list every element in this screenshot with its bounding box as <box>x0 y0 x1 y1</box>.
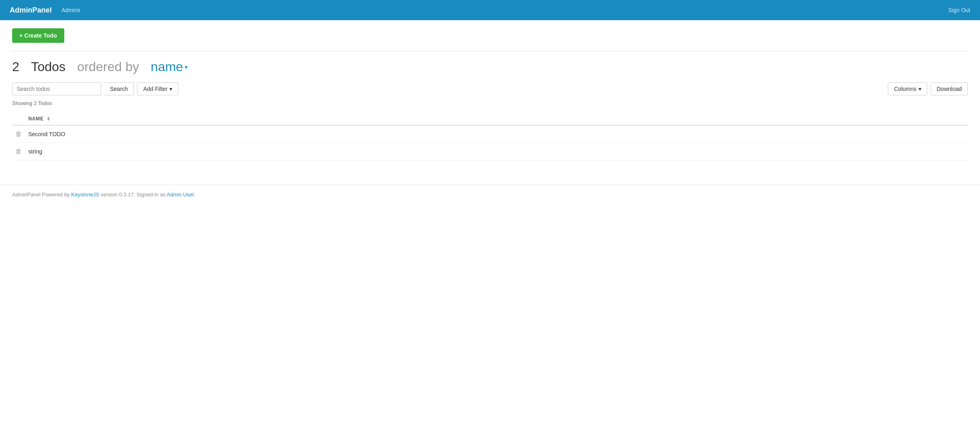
columns-caret-icon: ▾ <box>919 86 921 92</box>
navbar-left: AdminPanel Admins <box>10 6 80 15</box>
todo-name-link[interactable]: Second TODO <box>28 131 65 137</box>
create-todo-button[interactable]: + Create Todo <box>12 28 64 43</box>
table-header-delete <box>12 113 28 125</box>
todo-name-link[interactable]: string <box>28 148 42 155</box>
search-button[interactable]: Search <box>104 82 134 95</box>
table-cell-name: Second TODO <box>28 125 968 143</box>
table-header-row: NAME ⇕ <box>12 113 968 125</box>
table-cell-delete: 🗑 <box>12 125 28 143</box>
sort-field-link[interactable]: name ▾ <box>151 59 188 74</box>
columns-label: Columns <box>894 86 916 92</box>
ordered-by-label: ordered by <box>77 59 139 74</box>
keystonejs-link[interactable]: KeystoneJS <box>71 192 99 198</box>
top-divider <box>12 51 968 51</box>
sort-field-name: name <box>151 59 183 74</box>
navbar: AdminPanel Admins Sign Out <box>0 0 980 20</box>
delete-todo-button[interactable]: 🗑 <box>12 148 25 155</box>
name-sort-icon: ⇕ <box>46 116 51 121</box>
footer-period: . <box>194 192 196 198</box>
table-row: 🗑string <box>12 143 968 160</box>
footer-prefix: AdminPanel Powered by <box>12 192 71 198</box>
todos-table: NAME ⇕ 🗑Second TODO🗑string <box>12 113 968 160</box>
delete-todo-button[interactable]: 🗑 <box>12 130 25 138</box>
footer-version: version 0.3.17. Signed in as <box>99 192 167 198</box>
navbar-admins-link[interactable]: Admins <box>61 7 80 13</box>
page-heading: 2 Todos ordered by name ▾ <box>12 59 968 74</box>
admin-user-link[interactable]: Admin User <box>167 192 194 198</box>
table-cell-delete: 🗑 <box>12 143 28 160</box>
add-filter-label: Add Filter <box>143 86 167 92</box>
showing-count: Showing 2 Todos <box>12 100 968 106</box>
table-header-name[interactable]: NAME ⇕ <box>28 113 968 125</box>
add-filter-button[interactable]: Add Filter ▾ <box>137 82 178 95</box>
filter-caret-icon: ▾ <box>169 86 172 92</box>
todo-count: 2 <box>12 59 19 74</box>
navbar-brand[interactable]: AdminPanel <box>10 6 52 15</box>
table-row: 🗑Second TODO <box>12 125 968 143</box>
download-button[interactable]: Download <box>931 82 968 95</box>
columns-button[interactable]: Columns ▾ <box>888 82 927 95</box>
navbar-signout[interactable]: Sign Out <box>948 7 970 13</box>
page-footer: AdminPanel Powered by KeystoneJS version… <box>0 185 980 204</box>
toolbar-right: Columns ▾ Download <box>888 82 968 95</box>
todo-entity: Todos <box>31 59 65 74</box>
table-cell-name: string <box>28 143 968 160</box>
search-toolbar: Search Add Filter ▾ Columns ▾ Download <box>12 82 968 95</box>
search-input[interactable] <box>12 82 101 95</box>
sort-caret-icon: ▾ <box>185 64 188 70</box>
main-content: + Create Todo 2 Todos ordered by name ▾ … <box>0 20 980 168</box>
